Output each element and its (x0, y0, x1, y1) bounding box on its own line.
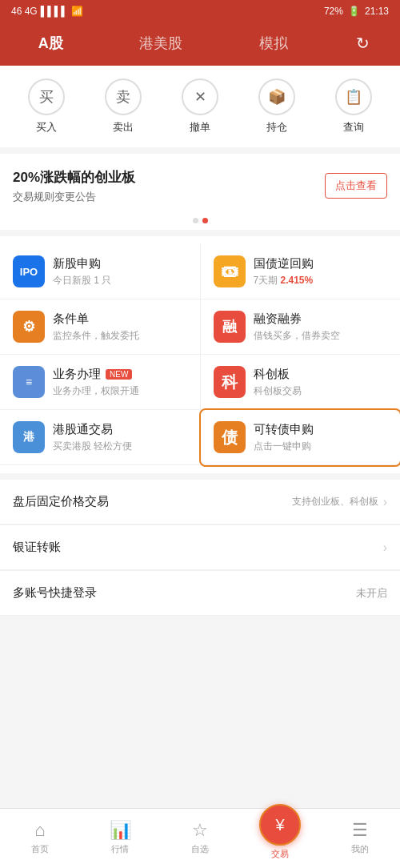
star-market-info: 科创板 科创板交易 (254, 367, 388, 398)
bond-name: 国债逆回购 (254, 256, 388, 271)
bond-icon: 🎟 (214, 255, 246, 287)
battery-icon: 🔋 (348, 6, 360, 17)
trade-icon: ¥ (275, 816, 284, 834)
banner-text: 20%涨跌幅的创业板 交易规则变更公告 (13, 168, 325, 204)
bond-desc: 7天期 2.415% (254, 274, 388, 287)
afterhour-right: 支持创业板、科创板 › (292, 495, 387, 509)
hk-name: 港股通交易 (53, 422, 187, 437)
status-left: 46 4G ▌▌▌▌ 📶 (11, 6, 83, 17)
banner-subtitle: 交易规则变更公告 (13, 190, 325, 204)
section-bank-transfer[interactable]: 银证转账 › (0, 524, 400, 570)
bank-transfer-label: 银证转账 (13, 540, 61, 555)
profile-icon: ☰ (352, 820, 368, 841)
menu-hk-connect[interactable]: 港 港股通交易 买卖港股 轻松方便 (0, 410, 201, 465)
market-icon: 📊 (110, 820, 131, 841)
multi-account-value: 未开启 (356, 586, 387, 601)
business-name: 业务办理 NEW (53, 367, 187, 382)
tab-a-stock[interactable]: A股 (22, 30, 79, 56)
dot-2 (202, 218, 208, 223)
sell-label: 卖出 (113, 120, 134, 135)
convertible-icon: 债 (214, 421, 246, 453)
action-position[interactable]: 📦 持仓 (258, 78, 295, 135)
hk-icon: 港 (13, 421, 45, 453)
nav-trade[interactable]: ¥ 交易 (240, 815, 320, 860)
nav-profile[interactable]: ☰ 我的 (320, 820, 400, 855)
menu-row-3: ≡ 业务办理 NEW 业务办理，权限开通 科 科创板 科创板交易 (0, 355, 400, 410)
buy-label: 买入 (36, 120, 57, 135)
menu-row-4: 港 港股通交易 买卖港股 轻松方便 债 可转债申购 点击一键申购 (0, 410, 400, 465)
tab-hk-us[interactable]: 港美股 (123, 30, 198, 56)
nav-market[interactable]: 📊 行情 (80, 820, 160, 855)
afterhour-value: 支持创业板、科创板 (292, 495, 378, 508)
action-query[interactable]: 📋 查询 (335, 78, 372, 135)
wifi-icon: 📶 (71, 6, 83, 17)
bank-transfer-right: › (383, 540, 387, 555)
menu-grid: IPO 新股申购 今日新股 1 只 🎟 国债逆回购 7天期 2.415% ⚙ 条… (0, 236, 400, 473)
ipo-name: 新股申购 (53, 256, 187, 271)
afterhour-chevron: › (383, 495, 387, 509)
margin-desc: 借钱买多，借券卖空 (254, 329, 388, 343)
status-right: 72% 🔋 21:13 (324, 6, 389, 17)
action-cancel[interactable]: ✕ 撤单 (182, 78, 218, 135)
nav-watchlist[interactable]: ☆ 自选 (160, 820, 240, 855)
refresh-button[interactable]: ↻ (348, 30, 378, 56)
query-label: 查询 (343, 120, 364, 135)
market-label: 行情 (111, 843, 129, 855)
watchlist-icon: ☆ (192, 820, 208, 841)
position-label: 持仓 (266, 120, 287, 135)
convertible-info: 可转债申购 点击一键申购 (254, 422, 388, 453)
bond-info: 国债逆回购 7天期 2.415% (254, 256, 388, 287)
menu-condition[interactable]: ⚙ 条件单 监控条件，触发委托 (0, 299, 201, 355)
bottom-nav: ⌂ 首页 📊 行情 ☆ 自选 ¥ 交易 ☰ 我的 (0, 808, 400, 868)
nav-home[interactable]: ⌂ 首页 (0, 820, 80, 855)
afterhour-label: 盘后固定价格交易 (13, 494, 109, 509)
menu-margin[interactable]: 融 融资融券 借钱买多，借券卖空 (201, 299, 401, 355)
position-icon: 📦 (258, 78, 295, 115)
condition-icon: ⚙ (13, 311, 45, 343)
dot-1 (193, 218, 198, 223)
menu-convertible-bond[interactable]: 债 可转债申购 点击一键申购 (201, 410, 401, 465)
bank-transfer-chevron: › (383, 540, 387, 555)
menu-business[interactable]: ≡ 业务办理 NEW 业务办理，权限开通 (0, 355, 201, 410)
margin-info: 融资融券 借钱买多，借券卖空 (254, 311, 388, 343)
banner-title: 20%涨跌幅的创业板 (13, 168, 325, 187)
query-icon: 📋 (335, 78, 372, 115)
cancel-label: 撤单 (190, 120, 210, 135)
menu-row-1: IPO 新股申购 今日新股 1 只 🎟 国债逆回购 7天期 2.415% (0, 244, 400, 299)
profile-label: 我的 (351, 843, 369, 855)
cancel-icon: ✕ (182, 78, 218, 115)
business-info: 业务办理 NEW 业务办理，权限开通 (53, 367, 187, 398)
home-label: 首页 (31, 843, 49, 855)
menu-ipo[interactable]: IPO 新股申购 今日新股 1 只 (0, 244, 201, 299)
convertible-name: 可转债申购 (254, 422, 388, 437)
signal-icon: ▌▌▌▌ (41, 6, 68, 17)
menu-row-2: ⚙ 条件单 监控条件，触发委托 融 融资融券 借钱买多，借券卖空 (0, 299, 400, 355)
margin-icon: 融 (214, 311, 246, 343)
action-buy[interactable]: 买 买入 (28, 78, 65, 135)
action-sell[interactable]: 卖 卖出 (105, 78, 142, 135)
menu-star-market[interactable]: 科 科创板 科创板交易 (201, 355, 401, 410)
ipo-desc: 今日新股 1 只 (53, 274, 187, 287)
margin-name: 融资融券 (254, 311, 388, 327)
time-display: 21:13 (365, 6, 389, 17)
convertible-desc: 点击一键申购 (254, 440, 388, 453)
section-multi-account[interactable]: 多账号快捷登录 未开启 (0, 570, 400, 616)
status-bar: 46 4G ▌▌▌▌ 📶 72% 🔋 21:13 (0, 0, 400, 22)
banner-dots (0, 218, 400, 230)
tab-simulate[interactable]: 模拟 (243, 30, 304, 56)
star-market-name: 科创板 (254, 367, 388, 382)
multi-account-label: 多账号快捷登录 (13, 585, 97, 601)
buy-icon: 买 (28, 78, 65, 115)
carrier-text: 46 4G (11, 6, 38, 17)
condition-desc: 监控条件，触发委托 (53, 329, 187, 343)
business-desc: 业务办理，权限开通 (53, 384, 187, 398)
star-market-icon: 科 (214, 366, 246, 398)
banner-card[interactable]: 20%涨跌幅的创业板 交易规则变更公告 点击查看 (0, 154, 400, 218)
menu-treasury-bond[interactable]: 🎟 国债逆回购 7天期 2.415% (201, 244, 401, 299)
trade-label: 交易 (271, 848, 289, 860)
bond-rate: 2.415% (281, 275, 314, 286)
ipo-icon: IPO (13, 255, 45, 287)
hk-desc: 买卖港股 轻松方便 (53, 440, 187, 453)
section-afterhour-trading[interactable]: 盘后固定价格交易 支持创业板、科创板 › (0, 480, 400, 524)
banner-button[interactable]: 点击查看 (325, 173, 387, 199)
